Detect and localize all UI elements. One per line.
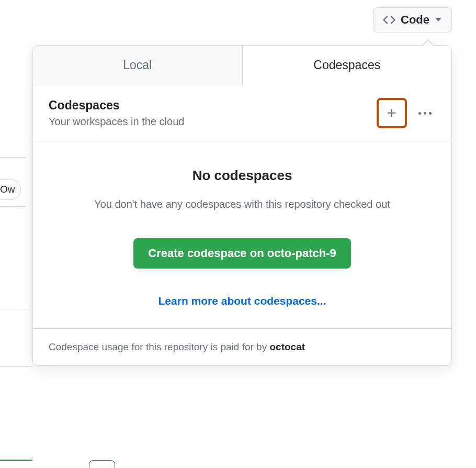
header-text: Codespaces Your workspaces in the cloud bbox=[49, 98, 184, 128]
chevron-down-icon bbox=[435, 18, 442, 22]
create-codespace-button[interactable]: Create codespace on octo-patch-9 bbox=[133, 238, 350, 269]
header-actions bbox=[377, 98, 436, 128]
empty-title: No codespaces bbox=[49, 168, 436, 184]
kebab-menu-button[interactable] bbox=[414, 108, 436, 119]
tab-local[interactable]: Local bbox=[33, 46, 243, 85]
tab-codespaces[interactable]: Codespaces bbox=[243, 46, 452, 85]
empty-description: You don't have any codespaces with this … bbox=[49, 196, 436, 212]
learn-more-link[interactable]: Learn more about codespaces... bbox=[49, 295, 436, 307]
bg-button-fragment bbox=[89, 460, 115, 468]
footer: Codespace usage for this repository is p… bbox=[33, 329, 451, 365]
header-title: Codespaces bbox=[49, 98, 184, 113]
footer-text: Codespace usage for this repository is p… bbox=[49, 341, 269, 352]
bg-pill-fragment: Ow bbox=[0, 179, 21, 200]
empty-state: No codespaces You don't have any codespa… bbox=[33, 141, 451, 329]
code-icon bbox=[383, 14, 395, 26]
codespaces-header: Codespaces Your workspaces in the cloud bbox=[33, 85, 451, 141]
dot-icon bbox=[418, 112, 421, 115]
header-subtitle: Your workspaces in the cloud bbox=[49, 116, 184, 128]
code-button-label: Code bbox=[401, 13, 429, 27]
footer-owner: octocat bbox=[269, 341, 305, 352]
dot-icon bbox=[424, 112, 426, 115]
popover-caret bbox=[422, 39, 434, 46]
code-button[interactable]: Code bbox=[373, 7, 452, 32]
code-popover: Local Codespaces Codespaces Your workspa… bbox=[32, 45, 452, 366]
bg-border-green bbox=[0, 366, 32, 461]
bg-border bbox=[0, 309, 31, 309]
add-codespace-button[interactable] bbox=[377, 98, 407, 128]
plus-icon bbox=[386, 107, 398, 119]
dot-icon bbox=[429, 112, 432, 115]
tabs: Local Codespaces bbox=[33, 46, 451, 85]
